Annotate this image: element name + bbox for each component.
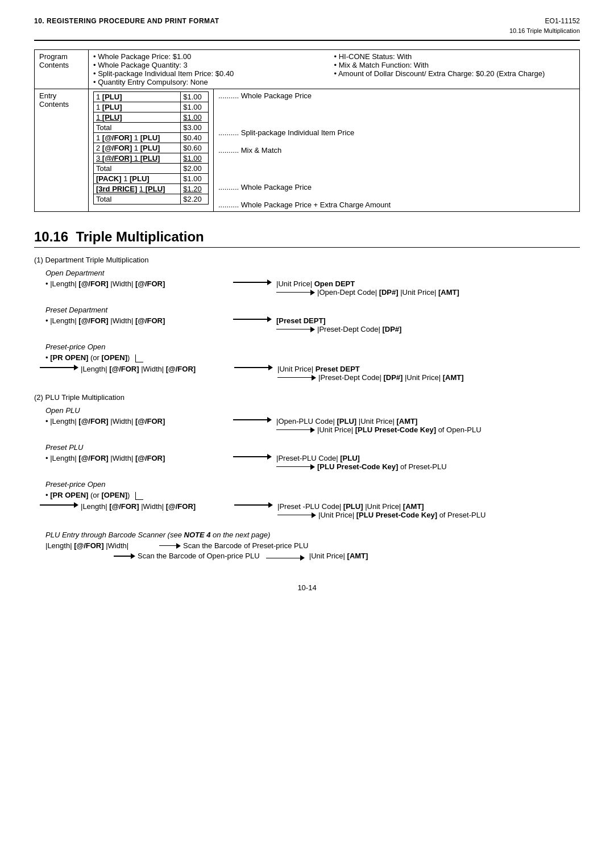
preset-dept-bold: [Preset DEPT] xyxy=(276,316,326,325)
preset-dept-title-em: Preset Department xyxy=(45,306,107,314)
prog-right: • HI-CONE Status: With • Mix & Match Fun… xyxy=(334,52,575,86)
entry-row-5: 2 [@/FOR] 1 [PLU] $0.60 xyxy=(94,143,209,153)
entry-row-2: 1 [PLU] $1.00 xyxy=(94,102,209,112)
plu-bold-7: [PLU] xyxy=(130,174,150,183)
open-plu-right: |Open-PLU Code| [PLU] |Unit Price| [AMT]… xyxy=(276,417,482,434)
entry-row-1: 1 [PLU] $1.00 xyxy=(94,92,209,102)
entry-inner: 1 [PLU] $1.00 1 [PLU] $1.00 1 [PLU] $1.0… xyxy=(93,91,209,205)
plu-bold-2: [PLU] xyxy=(102,103,122,111)
preset-dept-bold2: Preset DEPT xyxy=(316,365,360,373)
open-plu-right-2: |Unit Price| [PLU Preset-Code Key] of Op… xyxy=(317,425,482,434)
at-for-ppo-dept2: [@/FOR] xyxy=(166,365,196,373)
entry-col-right: .......... Whole Package Price .........… xyxy=(214,89,580,212)
corner-bracket-plu xyxy=(135,492,143,500)
entry-item-6a: 3 [@/FOR] 1 [PLU] xyxy=(94,153,181,164)
preset-price-open-plu-title: Preset-price Open xyxy=(45,480,580,489)
open-dept-title: Open Department xyxy=(45,269,580,277)
preset-price-open-plu-left: |Length| [@/FOR] |Width| [@/FOR] xyxy=(81,502,234,511)
barcode-head-2 xyxy=(131,553,135,559)
ppo-plu-arrow xyxy=(234,502,273,508)
program-inner: • Whole Package Price: $1.00 • Whole Pac… xyxy=(93,52,575,86)
entry-row: EntryContents 1 [PLU] $1.00 1 [PLU] $1.0… xyxy=(35,89,580,212)
plu-bold-5: [PLU] xyxy=(140,144,160,152)
barcode-label-em: PLU Entry through Barcode Scanner (see N… xyxy=(45,531,270,539)
plu-triple-section: (2) PLU Triple Multiplication Open PLU •… xyxy=(34,393,580,519)
pr-open-plu-bold: [PR OPEN] xyxy=(50,491,88,499)
barcode-head-1 xyxy=(176,543,181,549)
plu-preset-code-bold-2: [PLU Preset-Code Key] xyxy=(317,462,398,471)
preset-price-open-plu-title-em: Preset-price Open xyxy=(45,480,106,489)
arrow-7 xyxy=(277,375,316,381)
entry-desc-2: .......... Split-package Individual Item… xyxy=(218,128,575,137)
ppo-plu-right-2-row: |Unit Price| [PLU Preset-Code Key] of Pr… xyxy=(277,511,486,519)
arrow-line-4 xyxy=(276,329,310,330)
prog-item-4: • Quantity Entry Compulsory: None xyxy=(93,78,332,86)
entry-price-6: $1.00 xyxy=(181,153,209,164)
entry-total-row-1: Total $3.00 xyxy=(94,123,209,133)
arrow-14 xyxy=(277,512,316,518)
prog-inner-row: • Whole Package Price: $1.00 • Whole Pac… xyxy=(93,52,575,86)
open-plu-right-1: |Open-PLU Code| [PLU] |Unit Price| [AMT] xyxy=(276,417,482,425)
preset-dept-row: • |Length| [@/FOR] |Width| [@/FOR] [Pres… xyxy=(45,316,580,333)
amt-bold-1: [AMT] xyxy=(438,288,459,297)
dp-bold-2: [DP#] xyxy=(382,325,401,333)
arrow-head-3 xyxy=(267,316,272,322)
program-contents: • Whole Package Price: $1.00 • Whole Pac… xyxy=(89,50,580,89)
plu-bold-op1: [PLU] xyxy=(337,417,356,425)
at-for-ul-1: 3 [@/FOR] 1 [PLU] xyxy=(96,154,160,162)
at-for-1: [@/FOR] xyxy=(102,133,132,142)
barcode-scanner-section: PLU Entry through Barcode Scanner (see N… xyxy=(45,531,580,561)
barcode-left: |Length| [@/FOR] |Width| xyxy=(45,541,159,550)
arrow-head-11 xyxy=(310,464,315,470)
prog-item-3: • Split-package Individual Item Price: $… xyxy=(93,69,332,78)
preset-plu-right-2-row: [PLU Preset-Code Key] of Preset-PLU xyxy=(276,462,447,471)
preset-price-open-plu-main-row: |Length| [@/FOR] |Width| [@/FOR] |Preset… xyxy=(40,502,580,519)
price-ul-3: $1.20 xyxy=(183,185,202,193)
open-plu-title-em: Open PLU xyxy=(45,406,80,415)
arrow-head-5 xyxy=(74,365,78,370)
at-for-preset-plu2: [@/FOR] xyxy=(135,454,165,462)
doc-number: EO1-11152 xyxy=(545,17,580,25)
at-for-2: [@/FOR] xyxy=(102,144,132,152)
entry-total-row-2: Total $2.00 xyxy=(94,164,209,174)
open-plu-right-2-row: |Unit Price| [PLU Preset-Code Key] of Op… xyxy=(276,425,482,434)
entry-item-8a: [3rd PRICE] 1 [PLU] xyxy=(94,184,181,194)
at-for-ppo-plu: [@/FOR] xyxy=(109,502,139,511)
ppo-dept-right-2: |Preset-Dept Code| [DP#] |Unit Price| [A… xyxy=(318,373,464,382)
preset-plu-row: • |Length| [@/FOR] |Width| [@/FOR] |Pres… xyxy=(45,454,580,471)
arrow-head-2 xyxy=(310,290,315,295)
at-for-3: [@/FOR] xyxy=(102,154,132,162)
plu-bold-3: [PLU] xyxy=(102,113,122,122)
at-for-open-dept: [@/FOR] xyxy=(78,279,108,288)
arrow-line-12 xyxy=(40,504,74,506)
entry-arrow-plu xyxy=(40,502,78,508)
preset-plu-right: |Preset-PLU Code| [PLU] [PLU Preset-Code… xyxy=(276,454,447,471)
dept-triple-section: (1) Department Triple Multiplication Ope… xyxy=(34,256,580,382)
entry-row-4: 1 [@/FOR] 1 [PLU] $0.40 xyxy=(94,133,209,143)
open-dept-group: Open Department • |Length| [@/FOR] |Widt… xyxy=(34,269,580,297)
open-dept-row: • |Length| [@/FOR] |Width| [@/FOR] |Unit… xyxy=(45,279,580,297)
preset-dept-title: Preset Department xyxy=(45,306,580,314)
at-for-preset-dept2: [@/FOR] xyxy=(135,316,165,325)
prog-left: • Whole Package Price: $1.00 • Whole Pac… xyxy=(93,52,334,86)
pr-open-dept-bold: [PR OPEN] xyxy=(50,353,88,362)
arrow-line-3 xyxy=(233,319,267,320)
top-rule xyxy=(34,40,580,41)
arrow-9 xyxy=(276,427,315,433)
arrow-line-14 xyxy=(277,515,312,516)
entry-item-2a: 1 [PLU] xyxy=(94,102,181,112)
open-plu-title: Open PLU xyxy=(45,406,580,415)
open-dept-title-em: Open Department xyxy=(45,269,104,277)
barcode-right-2-wrapper: Scan the Barcode of Open-price PLU |Unit… xyxy=(138,552,368,561)
entry-price-1: $1.00 xyxy=(181,92,209,102)
program-row: ProgramContents • Whole Package Price: $… xyxy=(35,50,580,89)
open-plu-row: • |Length| [@/FOR] |Width| [@/FOR] |Open… xyxy=(45,417,580,434)
plu-bold-1: [PLU] xyxy=(102,93,122,101)
arrow-head-12 xyxy=(74,502,78,508)
entry-item-3a: 1 [PLU] xyxy=(94,112,181,123)
entry-price-4: $0.40 xyxy=(181,133,209,143)
pack-bold: [PACK] xyxy=(96,174,122,183)
arrow-line-11 xyxy=(276,466,310,468)
amt-bold-3: [AMT] xyxy=(396,417,417,425)
entry-item-7a: [PACK] 1 [PLU] xyxy=(94,174,181,184)
